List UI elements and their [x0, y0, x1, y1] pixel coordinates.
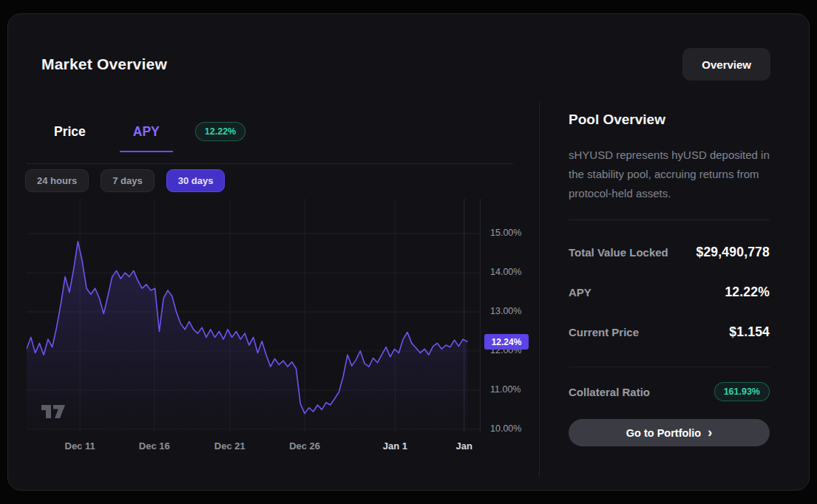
- x-axis-label: Dec 16: [139, 440, 170, 452]
- market-overview-card: Market Overview Overview Price APY 12.22…: [7, 13, 810, 491]
- tab-price[interactable]: Price: [54, 124, 86, 140]
- x-axis-label: Jan: [456, 440, 472, 452]
- tab-apy[interactable]: APY: [120, 124, 173, 140]
- y-axis-label: 10.00%: [490, 423, 521, 434]
- vertical-divider: [539, 103, 540, 477]
- stat-label: Total Value Locked: [569, 246, 668, 259]
- y-axis-label: 13.00%: [490, 306, 521, 316]
- chart-plot[interactable]: [27, 199, 480, 432]
- page-title: Market Overview: [41, 55, 167, 73]
- y-axis-label: 11.00%: [490, 384, 521, 395]
- stat-row-total-value-locked: Total Value Locked $29,490,778: [569, 245, 770, 260]
- pool-overview-panel: Pool Overview sHYUSD represents hyUSD de…: [569, 112, 770, 446]
- x-axis-label: Jan 1: [383, 440, 407, 452]
- range-24-hours-button[interactable]: 24 hours: [25, 169, 89, 192]
- divider: [569, 219, 770, 220]
- stat-label: Current Price: [569, 326, 639, 338]
- tabs-divider: [27, 163, 513, 164]
- divider: [569, 367, 770, 367]
- x-axis-label: Dec 21: [214, 440, 245, 452]
- x-axis-label: Dec 26: [289, 440, 320, 452]
- current-value-marker: 12.24%: [484, 334, 529, 350]
- overview-button[interactable]: Overview: [682, 48, 770, 81]
- collateral-ratio-badge: 161.93%: [714, 382, 770, 401]
- portfolio-button-label: Go to Portfolio: [626, 427, 701, 439]
- stat-value: $1.154: [729, 324, 770, 340]
- stat-row-collateral-ratio: Collateral Ratio 161.93%: [569, 382, 770, 401]
- tradingview-logo-icon[interactable]: [40, 400, 68, 420]
- stat-label: APY: [569, 286, 591, 299]
- chart-tabs: Price APY 12.22%: [54, 122, 245, 141]
- go-to-portfolio-button[interactable]: Go to Portfolio ›: [569, 419, 770, 446]
- time-range-selector: 24 hours 7 days 30 days: [25, 169, 225, 192]
- apy-chart[interactable]: [27, 199, 480, 432]
- pool-overview-title: Pool Overview: [569, 112, 770, 128]
- y-axis-label: 14.00%: [490, 267, 521, 277]
- tab-apy-label: APY: [133, 124, 160, 139]
- chart-x-axis[interactable]: Dec 11Dec 16Dec 21Dec 26Jan 1Jan: [27, 440, 480, 455]
- stat-value: 12.22%: [725, 285, 770, 300]
- range-7-days-button[interactable]: 7 days: [101, 169, 154, 192]
- y-axis-label: 15.00%: [490, 228, 521, 238]
- range-30-days-button[interactable]: 30 days: [166, 169, 226, 192]
- stat-value: $29,490,778: [696, 245, 770, 260]
- x-axis-label: Dec 11: [64, 440, 95, 452]
- stat-row-current-price: Current Price $1.154: [569, 324, 770, 340]
- pool-description: sHYUSD represents hyUSD deposited in the…: [569, 146, 770, 203]
- stat-row-apy: APY 12.22%: [569, 285, 770, 300]
- chevron-right-icon: ›: [708, 426, 712, 439]
- chart-y-axis[interactable]: 12.24% 15.00%14.00%13.00%12.00%11.00%10.…: [480, 199, 532, 432]
- apy-badge: 12.22%: [195, 122, 245, 141]
- stat-label: Collateral Ratio: [569, 386, 650, 398]
